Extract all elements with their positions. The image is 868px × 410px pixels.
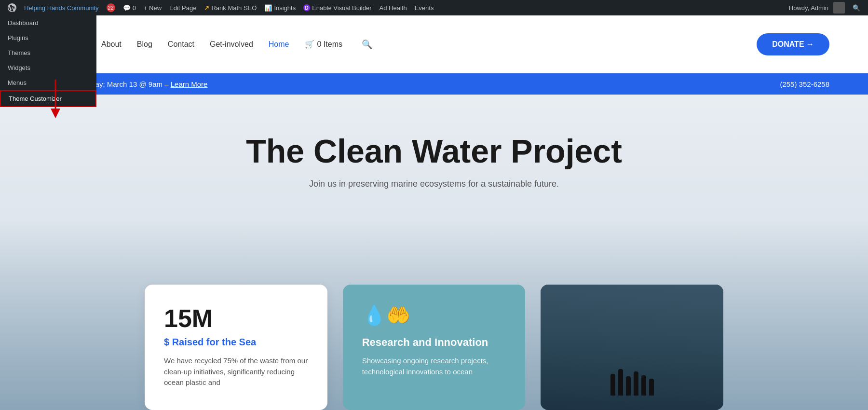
card-research: 💧🤲 Research and Innovation Showcasing on… <box>343 285 526 410</box>
hero-content: The Clean Water Project Join us in prese… <box>246 133 622 218</box>
comment-count: 0 <box>133 4 136 12</box>
silhouette-group <box>541 369 723 396</box>
person-3 <box>626 376 631 396</box>
dropdown-item-menus[interactable]: Menus <box>0 75 96 90</box>
comments[interactable]: 💬 0 <box>119 0 140 15</box>
dropdown-item-widgets[interactable]: Widgets <box>0 60 96 75</box>
dropdown-item-themes[interactable]: Themes <box>0 45 96 60</box>
rank-math-label: Rank Math SEO <box>211 4 257 12</box>
admin-dropdown-menu: Dashboard Plugins Themes Widgets Menus T… <box>0 15 96 107</box>
nav-blog[interactable]: Blog <box>137 40 152 49</box>
card-raised: 15M $ Raised for the Sea We have recycle… <box>145 285 327 410</box>
events-button[interactable]: Events <box>411 0 438 15</box>
nav-cart[interactable]: 🛒 0 Items <box>305 40 342 49</box>
divi-icon: D <box>303 4 310 11</box>
water-drop-icon: 💧🤲 <box>362 304 506 327</box>
admin-bar: Helping Hands Community 22 💬 0 + New Edi… <box>0 0 868 15</box>
site-nav: About Blog Contact Get-involved Home 🛒 0… <box>101 39 757 50</box>
cart-count: 0 Items <box>317 40 342 49</box>
nav-contact[interactable]: Contact <box>168 40 194 49</box>
nav-home[interactable]: Home <box>269 40 289 49</box>
card-research-title: Research and Innovation <box>362 336 506 349</box>
person-4 <box>634 371 638 396</box>
announcement-link[interactable]: Learn More <box>171 80 208 88</box>
donate-button[interactable]: DONATE → <box>757 33 829 55</box>
visual-builder-label: Enable Visual Builder <box>312 4 371 12</box>
card-title: $ Raised for the Sea <box>164 337 308 348</box>
person-1 <box>610 374 615 396</box>
person-5 <box>641 375 646 396</box>
howdy-user[interactable]: Howdy, Admin <box>785 0 849 15</box>
hero-title: The Clean Water Project <box>246 133 622 169</box>
edit-page-button[interactable]: Edit Page <box>165 0 200 15</box>
search-admin-button[interactable]: 🔍 <box>849 0 864 15</box>
card-research-text: Showcasing ongoing research projects, te… <box>362 355 506 377</box>
update-badge: 22 <box>107 3 115 12</box>
card-number: 15M <box>164 304 308 333</box>
card-photo <box>541 285 723 410</box>
insights-icon: 📊 <box>264 4 272 12</box>
insights-label: Insights <box>274 4 296 12</box>
rank-math-icon: ↗ <box>204 4 209 12</box>
person-6 <box>649 379 654 396</box>
ad-health-button[interactable]: Ad Health <box>376 0 411 15</box>
edit-page-label: Edit Page <box>169 4 196 12</box>
donate-label: DONATE → <box>772 40 814 49</box>
enable-visual-builder-button[interactable]: D Enable Visual Builder <box>299 0 375 15</box>
site-name[interactable]: Helping Hands Community <box>20 0 103 15</box>
ad-health-label: Ad Health <box>380 4 407 12</box>
insights-button[interactable]: 📊 Insights <box>260 0 299 15</box>
person-2 <box>618 369 623 396</box>
dropdown-item-dashboard[interactable]: Dashboard <box>0 15 96 30</box>
hero-subtitle: Join us in preserving marine ecosystems … <box>246 179 622 189</box>
cards-row: 15M $ Raised for the Sea We have recycle… <box>145 285 723 410</box>
nav-about[interactable]: About <box>101 40 122 49</box>
dropdown-item-theme-customizer[interactable]: Theme Customizer <box>0 90 96 107</box>
comment-icon: 💬 <box>123 4 131 12</box>
announcement-bar: Beach Cleanup Day: March 13 @ 9am – Lear… <box>0 73 868 95</box>
card-text: We have recycled 75% of the waste from o… <box>164 355 308 388</box>
hero-section: The Clean Water Project Join us in prese… <box>0 95 868 410</box>
rank-math-button[interactable]: ↗ Rank Math SEO <box>200 0 260 15</box>
nav-get-involved[interactable]: Get-involved <box>210 40 253 49</box>
site-header: D About Blog Contact Get-involved Home 🛒… <box>0 15 868 73</box>
announcement-phone: (255) 352-6258 <box>780 80 829 88</box>
new-label: + New <box>144 4 162 12</box>
dropdown-item-plugins[interactable]: Plugins <box>0 30 96 45</box>
cart-icon: 🛒 <box>305 40 314 49</box>
avatar <box>833 2 845 14</box>
new-button[interactable]: + New <box>140 0 165 15</box>
admin-bar-right: Howdy, Admin 🔍 <box>785 0 864 15</box>
howdy-label: Howdy, Admin <box>789 4 828 12</box>
search-icon[interactable]: 🔍 <box>362 39 372 50</box>
photo-card-inner <box>541 285 723 410</box>
events-label: Events <box>415 4 434 12</box>
updates-count[interactable]: 22 <box>103 0 119 15</box>
wp-logo[interactable] <box>4 0 20 15</box>
